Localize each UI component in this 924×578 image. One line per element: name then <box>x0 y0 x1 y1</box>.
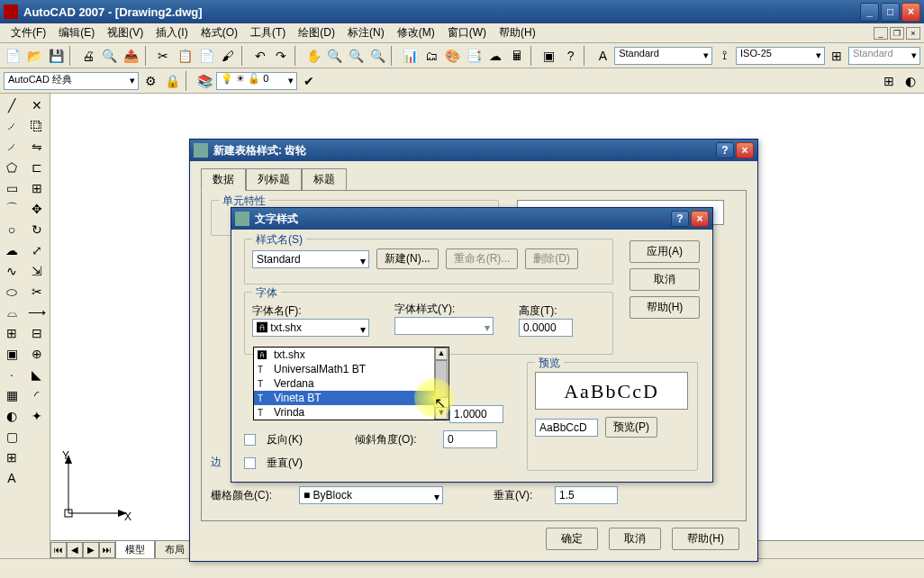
plot-preview-icon[interactable]: 🔍 <box>100 46 120 66</box>
height-input[interactable]: 0.0000 <box>519 319 573 337</box>
minimize-button[interactable]: _ <box>860 3 879 22</box>
mirror-icon[interactable]: ⇋ <box>27 137 47 157</box>
spline-icon[interactable]: ∿ <box>2 261 22 281</box>
dialog-help-icon-2[interactable]: ? <box>671 211 689 227</box>
pline-icon[interactable]: ⟋ <box>2 137 22 157</box>
tab-title[interactable]: 标题 <box>302 168 347 191</box>
erase-icon[interactable]: ✕ <box>27 95 47 115</box>
vertical-checkbox[interactable] <box>244 457 256 469</box>
paste-icon[interactable]: 📄 <box>196 46 216 66</box>
menu-format[interactable]: 格式(O) <box>195 23 243 42</box>
stretch-icon[interactable]: ⇲ <box>27 261 47 281</box>
menu-view[interactable]: 视图(V) <box>102 23 149 42</box>
vertical-input[interactable]: 1.5 <box>555 486 618 504</box>
dialog-close-icon-2[interactable]: × <box>691 211 709 227</box>
undo-icon[interactable]: ↶ <box>250 46 270 66</box>
scale-icon[interactable]: ⤢ <box>27 240 47 260</box>
revcloud-icon[interactable]: ☁ <box>2 240 22 260</box>
ellipse-icon[interactable]: ⬭ <box>2 282 22 302</box>
explode-icon[interactable]: ✦ <box>27 406 47 426</box>
zoom-previous-icon[interactable]: 🔍 <box>368 46 388 66</box>
open-icon[interactable]: 📂 <box>25 46 45 66</box>
oblique-input[interactable]: 0 <box>443 430 497 448</box>
scroll-down-icon[interactable]: ▼ <box>435 407 448 420</box>
dialog-help-icon[interactable]: ? <box>716 142 734 158</box>
dimstyle-icon[interactable]: ⟟ <box>714 46 734 66</box>
tablestyle-help-button[interactable]: 帮助(H) <box>672 528 739 550</box>
chamfer-icon[interactable]: ◣ <box>27 365 47 384</box>
menu-file[interactable]: 文件(F) <box>5 23 51 42</box>
workspace-combo[interactable]: AutoCAD 经典 <box>4 72 139 90</box>
tab-last-icon[interactable]: ⏭ <box>99 542 115 558</box>
tab-first-icon[interactable]: ⏮ <box>50 542 67 558</box>
rectangle-icon[interactable]: ▭ <box>2 178 22 198</box>
dropdown-scrollbar[interactable]: ▲ ▼ <box>434 348 448 420</box>
workspace-lock-icon[interactable]: 🔒 <box>162 71 182 91</box>
layer-icon[interactable]: 📚 <box>195 71 214 91</box>
textstyle-icon[interactable]: A <box>593 46 612 66</box>
cut-icon[interactable]: ✂ <box>154 46 174 66</box>
font-option[interactable]: TUniversalMath1 BT <box>254 362 448 376</box>
tablestyle-cancel-button[interactable]: 取消 <box>609 528 661 550</box>
gridcolor-select[interactable]: ■ ByBlock <box>299 486 443 504</box>
zoom-realtime-icon[interactable]: 🔍 <box>325 46 345 66</box>
workspace-settings-icon[interactable]: ⚙ <box>140 71 160 91</box>
dialog-close-icon[interactable]: × <box>736 142 754 158</box>
help-toolbar-icon[interactable]: ? <box>561 46 581 66</box>
backwards-checkbox[interactable] <box>244 434 256 446</box>
menu-insert[interactable]: 插入(I) <box>150 23 193 42</box>
tablestyle-ok-button[interactable]: 确定 <box>546 528 598 550</box>
menu-tools[interactable]: 工具(T) <box>245 23 291 42</box>
tablestyle-icon[interactable]: ⊞ <box>827 46 847 66</box>
menu-modify[interactable]: 修改(M) <box>392 23 440 42</box>
polygon-icon[interactable]: ⬠ <box>2 158 22 177</box>
offset-icon[interactable]: ⊏ <box>27 158 47 177</box>
menu-help[interactable]: 帮助(H) <box>494 23 541 42</box>
tab-colheader[interactable]: 列标题 <box>246 168 302 191</box>
mtext-icon[interactable]: A <box>2 468 22 488</box>
line-icon[interactable]: ╱ <box>2 95 22 115</box>
tab-prev-icon[interactable]: ◀ <box>67 542 83 558</box>
textstyle-combo[interactable]: Standard <box>614 47 712 65</box>
move-icon[interactable]: ✥ <box>27 199 47 219</box>
new-button[interactable]: 新建(N)... <box>376 248 439 269</box>
array-icon[interactable]: ⊞ <box>27 178 47 198</box>
scroll-up-icon[interactable]: ▲ <box>435 348 448 360</box>
toolpalettes-icon[interactable]: 🎨 <box>443 46 463 66</box>
arc-icon[interactable]: ⌒ <box>2 199 22 219</box>
properties-icon[interactable]: 📊 <box>400 46 420 66</box>
scroll-thumb[interactable] <box>435 360 448 398</box>
widthfactor-input[interactable]: 1.0000 <box>449 405 503 423</box>
maximize-button[interactable]: □ <box>881 3 900 22</box>
help-button[interactable]: 帮助(H) <box>630 296 700 319</box>
layer-states-icon[interactable]: ✔ <box>299 71 319 91</box>
join-icon[interactable]: ⊕ <box>27 344 47 364</box>
menu-dimension[interactable]: 标注(N) <box>342 23 390 42</box>
ellipsearc-icon[interactable]: ⌓ <box>2 303 22 322</box>
font-option[interactable]: TVrinda <box>254 405 448 420</box>
sheetset-icon[interactable]: 📑 <box>465 46 485 66</box>
extend-icon[interactable]: ⟶ <box>27 303 47 322</box>
mdi-restore[interactable]: ❐ <box>890 27 904 40</box>
gradient-icon[interactable]: ◐ <box>2 406 22 426</box>
save-icon[interactable]: 💾 <box>47 46 67 66</box>
menu-draw[interactable]: 绘图(D) <box>293 23 340 42</box>
layer-combo[interactable]: 💡 ☀ 🔓 0 <box>216 72 297 90</box>
circle-icon[interactable]: ○ <box>2 220 22 239</box>
makeblock-icon[interactable]: ▣ <box>2 344 22 364</box>
fontname-select[interactable]: 🅰 txt.shx <box>252 319 369 337</box>
preview-button[interactable]: 预览(P) <box>605 417 657 438</box>
tab-next-icon[interactable]: ▶ <box>83 542 99 558</box>
copy-icon[interactable]: 📋 <box>175 46 195 66</box>
break-icon[interactable]: ⊟ <box>27 323 47 343</box>
new-icon[interactable]: 📄 <box>4 46 23 66</box>
viewport-icon[interactable]: ⊞ <box>879 71 899 91</box>
tablestyle-combo[interactable]: Standard <box>848 47 920 65</box>
tab-model[interactable]: 模型 <box>115 540 155 559</box>
designcenter-icon[interactable]: 🗂 <box>421 46 441 66</box>
stylename-select[interactable]: Standard <box>252 250 369 268</box>
dimstyle-combo[interactable]: ISO-25 <box>736 47 825 65</box>
xline-icon[interactable]: ⟋ <box>2 116 22 136</box>
quickcalc-icon[interactable]: 🖩 <box>507 46 527 66</box>
table-icon[interactable]: ⊞ <box>2 447 22 467</box>
